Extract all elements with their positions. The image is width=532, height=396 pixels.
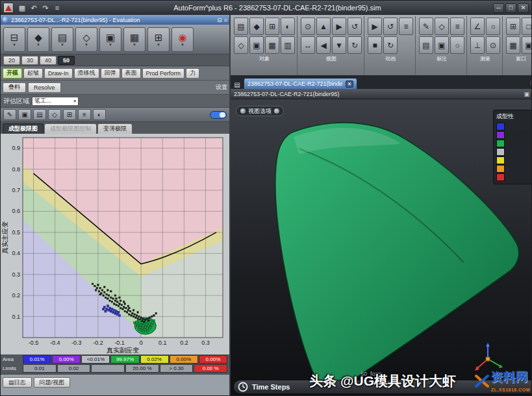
view-tool-icon[interactable]: ▣ bbox=[249, 36, 264, 54]
view-tool-icon[interactable]: ∠ bbox=[470, 18, 485, 35]
view-tool-icon[interactable]: ≡ bbox=[450, 18, 464, 35]
diagram-tab[interactable]: 成型极限图 bbox=[3, 123, 44, 134]
view-tool-icon[interactable]: ↻ bbox=[348, 36, 362, 54]
view-tool-icon[interactable]: ⊙ bbox=[486, 36, 500, 54]
display-tool-icon[interactable]: ≡ bbox=[78, 109, 91, 120]
view-tool-icon[interactable]: ↺ bbox=[383, 18, 398, 35]
result-tab[interactable]: 开模 bbox=[3, 68, 22, 79]
toolbar-group-动画: ▶■↺↻≡动画 bbox=[366, 16, 416, 75]
view-tool-icon[interactable]: ≡ bbox=[399, 18, 413, 35]
result-tab[interactable]: 力 bbox=[186, 68, 199, 79]
toolbar-group-label: 窗口 bbox=[516, 55, 526, 62]
view-tool-icon[interactable]: ↻ bbox=[383, 36, 398, 54]
forming-limit-diagram[interactable]: -0.5-0.4-0.3-0.2-0.100.10.20.30.10.20.30… bbox=[1, 134, 229, 354]
view-tool-icon[interactable]: ◐ bbox=[281, 18, 295, 35]
chevron-down-icon: ▼ bbox=[133, 43, 136, 47]
view-tool-icon[interactable]: ▣ bbox=[522, 36, 532, 54]
process-tool-icon[interactable]: ▣▼ bbox=[99, 27, 121, 52]
process-tool-icon[interactable]: ◆▼ bbox=[27, 27, 49, 52]
evaluation-region-select[interactable]: 笔工... ▾ bbox=[32, 97, 79, 106]
view-tool-icon[interactable]: ■ bbox=[368, 36, 382, 54]
stat-cell: 0.00% bbox=[52, 355, 81, 364]
process-tool-icon[interactable]: ⊟▼ bbox=[3, 27, 25, 52]
step-button-20[interactable]: 20 bbox=[3, 56, 20, 65]
view-tool-icon[interactable]: ↺ bbox=[348, 18, 362, 35]
stacking-button[interactable]: 叠料 bbox=[3, 82, 26, 93]
window-mode-icon[interactable]: ▣ bbox=[524, 91, 529, 97]
result-tab[interactable]: 滑移线 bbox=[74, 68, 99, 79]
view-tool-icon[interactable]: ○ bbox=[486, 18, 500, 35]
view-tool-icon[interactable]: ✎ bbox=[419, 18, 433, 35]
result-tab[interactable]: 回弹 bbox=[101, 68, 120, 79]
evaluation-doc-bar[interactable]: 23862753-07-DL...-R2-721(binder95) - Eva… bbox=[1, 15, 229, 25]
view-tool-icon[interactable]: ▶ bbox=[368, 18, 382, 35]
stat-cell: 0.02% bbox=[140, 355, 169, 364]
doc-bar-tool-icon[interactable]: ≡ bbox=[224, 17, 227, 23]
result-tab[interactable]: 表面 bbox=[121, 68, 141, 79]
view-tool-icon[interactable]: □ bbox=[522, 18, 532, 35]
view-tool-icon[interactable]: ◇ bbox=[435, 18, 449, 35]
settings-link[interactable]: 设置 bbox=[216, 83, 227, 92]
view-tool-icon[interactable]: ▦ bbox=[506, 36, 520, 54]
log-button[interactable]: ▤ 日志 bbox=[3, 377, 32, 388]
result-tab[interactable]: Draw-In bbox=[44, 68, 73, 79]
titlebar-tool-icon[interactable]: ▦ bbox=[17, 3, 27, 13]
view-tool-icon[interactable]: ▤ bbox=[234, 18, 248, 35]
svg-text:真实副应变: 真实副应变 bbox=[107, 347, 139, 354]
view-tool-icon[interactable]: ⊥ bbox=[470, 36, 485, 54]
view-tool-icon[interactable]: ⊞ bbox=[265, 18, 279, 35]
view-tool-icon[interactable]: ◇ bbox=[234, 36, 248, 54]
display-tool-icon[interactable]: ▣ bbox=[18, 109, 31, 120]
issues-views-button[interactable]: 问题/视图 bbox=[34, 377, 71, 388]
process-tool-icon[interactable]: ▦▼ bbox=[123, 27, 146, 52]
view-tool-icon[interactable]: ○ bbox=[450, 36, 464, 54]
resolve-button[interactable]: Resolve bbox=[28, 82, 61, 93]
view-tool-icon[interactable]: ⊞ bbox=[506, 18, 520, 35]
titlebar-tool-icon[interactable]: ≡ bbox=[52, 3, 62, 13]
svg-text:真实主应变: 真实主应变 bbox=[1, 221, 8, 254]
view-tool-icon[interactable]: ◀ bbox=[316, 36, 331, 54]
formability-legend[interactable]: 成型性 bbox=[493, 110, 532, 184]
diagram-tab[interactable]: 变薄极限 bbox=[97, 123, 133, 134]
process-tool-icon[interactable]: ▤▼ bbox=[51, 27, 73, 52]
step-button-50[interactable]: 50 bbox=[58, 56, 75, 65]
display-tool-icon[interactable]: ⊞ bbox=[63, 109, 76, 120]
minimize-button[interactable]: ─ bbox=[493, 3, 504, 13]
titlebar-tool-icon[interactable]: ↶ bbox=[29, 3, 39, 13]
display-toggle[interactable] bbox=[210, 111, 227, 119]
view-options-button[interactable]: 视图选项 bbox=[236, 106, 284, 116]
view-tool-icon[interactable]: ▲ bbox=[316, 18, 331, 35]
add-view-tab-button[interactable]: + bbox=[529, 79, 532, 88]
process-tool-icon[interactable]: ⊞▼ bbox=[147, 27, 170, 52]
view-tab[interactable]: 23862753-07-DL-CAE-R2-721(binde ✕ bbox=[244, 78, 357, 89]
svg-text:-0.3: -0.3 bbox=[71, 340, 82, 346]
evaluation-region-row: 评估区域 笔工... ▾ bbox=[1, 95, 229, 108]
view-tool-icon[interactable]: ⊙ bbox=[301, 18, 315, 35]
view-tool-icon[interactable]: ◆ bbox=[249, 18, 264, 35]
step-button-30[interactable]: 30 bbox=[21, 56, 38, 65]
view-tool-icon[interactable]: ▣ bbox=[435, 36, 449, 54]
close-tab-icon[interactable]: ✕ bbox=[346, 80, 354, 88]
process-tool-icon[interactable]: ◇▼ bbox=[75, 27, 97, 52]
display-tool-icon[interactable]: ◐ bbox=[93, 109, 106, 120]
3d-viewport[interactable]: 视图选项 成型性 50_form... bbox=[231, 99, 532, 396]
view-tool-icon[interactable]: ▶ bbox=[332, 18, 346, 35]
step-button-40[interactable]: 40 bbox=[40, 56, 57, 65]
result-tab[interactable]: 起皱 bbox=[23, 68, 43, 79]
doc-bar-tool-icon[interactable]: ⊟ bbox=[217, 17, 222, 23]
view-tool-icon[interactable]: ▼ bbox=[332, 36, 346, 54]
view-tool-icon[interactable]: ↔ bbox=[301, 36, 315, 54]
view-tool-icon[interactable]: ▥ bbox=[281, 36, 295, 54]
view-tool-icon[interactable]: ▦ bbox=[265, 36, 279, 54]
display-tool-icon[interactable]: ▤ bbox=[33, 109, 46, 120]
maximize-button[interactable]: □ bbox=[505, 3, 516, 13]
result-tab[interactable]: Prod Perform bbox=[142, 68, 185, 79]
display-tool-icon[interactable]: ✎ bbox=[3, 109, 16, 120]
display-tool-icon[interactable]: ◇ bbox=[48, 109, 61, 120]
viewport-title: 23862753-07-DL-CAE-R2-721(binder95) bbox=[234, 91, 340, 97]
titlebar-tool-icon[interactable]: ↷ bbox=[40, 3, 51, 13]
window-controls: ─□✕ bbox=[492, 3, 529, 13]
view-tool-icon[interactable]: ▤ bbox=[419, 36, 433, 54]
close-button[interactable]: ✕ bbox=[518, 3, 529, 13]
process-tool-icon[interactable]: ◉▼ bbox=[171, 27, 194, 52]
